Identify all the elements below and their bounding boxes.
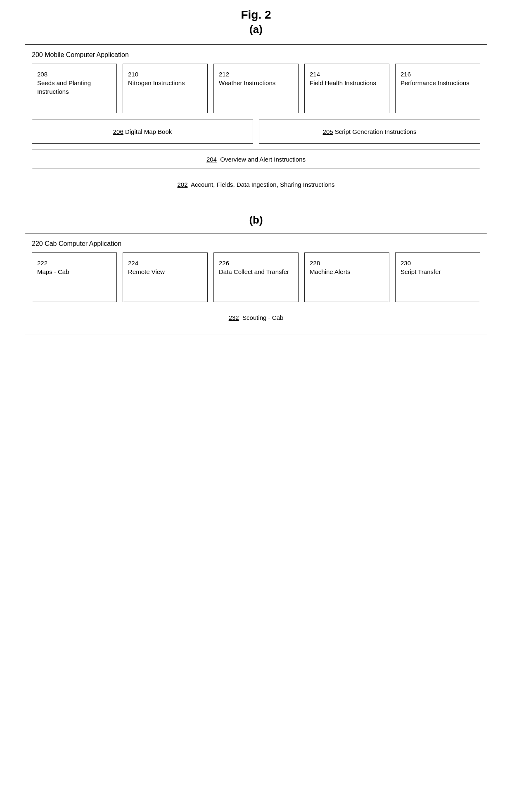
box-232-text: Scouting - Cab bbox=[242, 314, 283, 321]
box-204-num: 204 bbox=[206, 156, 217, 163]
box-212: 212 Weather Instructions bbox=[213, 64, 299, 113]
box-222-text: Maps - Cab bbox=[37, 267, 69, 276]
box-210-text: Nitrogen Instructions bbox=[128, 79, 185, 87]
box-232-num: 232 bbox=[229, 314, 239, 321]
box-226-num: 226 bbox=[219, 259, 229, 267]
diagram-a-row2: 206 Digital Map Book 205 Script Generati… bbox=[32, 119, 480, 144]
diagram-b-label: 220 Cab Computer Application bbox=[32, 240, 480, 248]
diagram-a-outer-box: 200 Mobile Computer Application 208 Seed… bbox=[25, 44, 487, 201]
diagram-a-label: 200 Mobile Computer Application bbox=[32, 51, 480, 59]
box-210-num: 210 bbox=[128, 70, 138, 79]
section-b-label: (b) bbox=[25, 214, 487, 226]
box-228-text: Machine Alerts bbox=[310, 267, 350, 276]
box-216-num: 216 bbox=[401, 70, 411, 79]
box-230-num: 230 bbox=[401, 259, 411, 267]
box-206-text: Digital Map Book bbox=[125, 127, 172, 136]
box-202-text: Account, Fields, Data Ingestion, Sharing… bbox=[191, 181, 335, 188]
box-206-num: 206 bbox=[113, 127, 123, 136]
diagram-b-outer-box: 220 Cab Computer Application 222 Maps - … bbox=[25, 233, 487, 334]
box-228-num: 228 bbox=[310, 259, 320, 267]
box-202: 202 Account, Fields, Data Ingestion, Sha… bbox=[32, 175, 480, 194]
box-228: 228 Machine Alerts bbox=[304, 252, 389, 302]
box-205-text: Script Generation Instructions bbox=[335, 127, 417, 136]
box-214-text: Field Health Instructions bbox=[310, 79, 376, 87]
box-210: 210 Nitrogen Instructions bbox=[123, 64, 208, 113]
box-230-text: Script Transfer bbox=[401, 267, 441, 276]
box-212-num: 212 bbox=[219, 70, 229, 79]
box-230: 230 Script Transfer bbox=[395, 252, 480, 302]
box-226: 226 Data Collect and Transfer bbox=[213, 252, 299, 302]
box-208: 208 Seeds and Planting Instructions bbox=[32, 64, 117, 113]
box-208-num: 208 bbox=[37, 70, 47, 79]
box-206: 206 Digital Map Book bbox=[32, 119, 253, 144]
box-216: 216 Performance Instructions bbox=[395, 64, 480, 113]
box-205-num: 205 bbox=[323, 127, 333, 136]
box-222-num: 222 bbox=[37, 259, 47, 267]
box-224-text: Remote View bbox=[128, 267, 165, 276]
box-224: 224 Remote View bbox=[123, 252, 208, 302]
section-a-label: (a) bbox=[25, 23, 487, 36]
box-224-num: 224 bbox=[128, 259, 138, 267]
box-212-text: Weather Instructions bbox=[219, 79, 275, 87]
box-226-text: Data Collect and Transfer bbox=[219, 267, 289, 276]
box-214-num: 214 bbox=[310, 70, 320, 79]
box-204: 204 Overview and Alert Instructions bbox=[32, 150, 480, 169]
box-208-text: Seeds and Planting Instructions bbox=[37, 79, 111, 96]
diagram-b-row1: 222 Maps - Cab 224 Remote View 226 Data … bbox=[32, 252, 480, 302]
box-202-num: 202 bbox=[177, 181, 187, 188]
box-214: 214 Field Health Instructions bbox=[304, 64, 389, 113]
diagram-a-row1: 208 Seeds and Planting Instructions 210 … bbox=[32, 64, 480, 113]
box-205: 205 Script Generation Instructions bbox=[259, 119, 480, 144]
box-222: 222 Maps - Cab bbox=[32, 252, 117, 302]
box-204-text: Overview and Alert Instructions bbox=[220, 156, 306, 163]
figure-title: Fig. 2 bbox=[25, 8, 487, 21]
box-232: 232 Scouting - Cab bbox=[32, 308, 480, 327]
box-216-text: Performance Instructions bbox=[401, 79, 469, 87]
